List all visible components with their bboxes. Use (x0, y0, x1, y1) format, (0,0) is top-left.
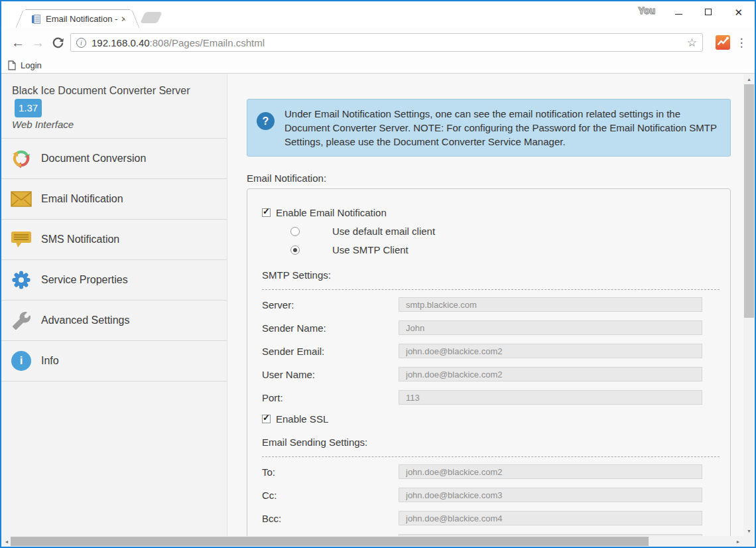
sidebar-item-label: SMS Notification (41, 234, 119, 245)
info-icon: i (10, 351, 32, 371)
browser-toolbar: ← → i 192.168.0.40:808/Pages/Emailn.csht… (1, 28, 755, 57)
bookmark-star-icon[interactable]: ☆ (687, 36, 697, 50)
checkbox-icon[interactable] (262, 415, 271, 423)
browser-window: Email Notification - Docu ✕ You ✕ ← → i … (0, 0, 756, 548)
checkbox-label: Enable Email Notification (276, 207, 387, 218)
sidebar-item-service-properties[interactable]: Service Properties (1, 260, 227, 301)
divider (262, 456, 720, 457)
sidebar-item-label: Advanced Settings (41, 314, 129, 326)
field-user-name: User Name: (262, 367, 714, 381)
tab-close-icon[interactable]: ✕ (121, 15, 127, 24)
sidebar-item-sms-notification[interactable]: SMS Notification (1, 220, 227, 260)
info-icon-glyph: i (11, 351, 31, 371)
close-icon[interactable]: ✕ (734, 7, 743, 17)
field-label: Sender Name: (262, 322, 399, 334)
sidebar: Black Ice Document Converter Server1.37 … (1, 74, 227, 536)
field-label: To: (262, 466, 399, 478)
enable-email-checkbox[interactable]: Enable Email Notification (262, 207, 714, 218)
server-input[interactable] (399, 297, 702, 312)
browser-tab[interactable]: Email Notification - Docu ✕ (25, 9, 130, 28)
info-box-text: Under Email Notification Settings, one c… (284, 108, 717, 147)
refresh-circular-icon (10, 148, 32, 169)
field-bcc: Bcc: (262, 511, 714, 525)
tab-favicon-icon (31, 14, 41, 25)
minimize-icon[interactable] (675, 14, 682, 15)
field-label: Port: (262, 392, 399, 403)
page-info-icon[interactable]: i (76, 38, 86, 48)
field-cc: Cc: (262, 488, 714, 502)
email-sending-settings-heading: Email Sending Settings: (262, 437, 714, 448)
chat-bubble-icon (10, 231, 32, 249)
forward-icon: → (28, 35, 48, 50)
horizontal-scrollbar-thumb[interactable] (11, 537, 649, 546)
to-input[interactable] (399, 464, 702, 479)
vertical-scrollbar[interactable]: ▲ ▼ (743, 74, 755, 536)
sidebar-item-advanced-settings[interactable]: Advanced Settings (1, 301, 227, 341)
sender-name-input[interactable] (399, 320, 702, 335)
info-box: ? Under Email Notification Settings, one… (247, 99, 731, 157)
radio-default-email-client[interactable]: Use default email client (262, 226, 714, 237)
reload-icon[interactable] (48, 36, 68, 49)
scroll-up-icon[interactable]: ▲ (743, 74, 755, 84)
divider (262, 289, 720, 290)
port-input[interactable] (399, 390, 702, 405)
sidebar-item-label: Info (41, 355, 59, 367)
url-text[interactable]: 192.168.0.40:808/Pages/Emailn.cshtml (92, 37, 265, 48)
version-badge: 1.37 (15, 99, 42, 117)
radio-label: Use SMTP Client (332, 244, 409, 255)
bcc-input[interactable] (399, 511, 702, 525)
radio-smtp-client[interactable]: Use SMTP Client (262, 244, 714, 255)
question-icon: ? (257, 112, 275, 130)
radio-label: Use default email client (332, 226, 435, 237)
main-content: ? Under Email Notification Settings, one… (227, 74, 743, 536)
vertical-scrollbar-thumb[interactable] (744, 84, 754, 318)
page-content: Black Ice Document Converter Server1.37 … (1, 74, 755, 536)
bookmark-label: Login (21, 60, 42, 70)
field-sender-email: Sender Email: (262, 344, 714, 358)
field-port: Port: (262, 390, 714, 405)
window-controls: ✕ (675, 1, 751, 23)
sidebar-item-email-notification[interactable]: Email Notification (1, 179, 227, 220)
extension-icon[interactable] (715, 34, 731, 50)
radio-icon[interactable] (290, 227, 300, 236)
bookmarks-bar: Login (1, 57, 755, 73)
scrollbar-corner (743, 536, 755, 547)
field-label: User Name: (262, 369, 399, 380)
new-tab-button[interactable] (140, 12, 162, 23)
enable-ssl-checkbox[interactable]: Enable SSL (262, 413, 714, 425)
app-title: Black Ice Document Converter Server1.37 (12, 83, 216, 117)
back-icon[interactable]: ← (8, 35, 28, 50)
checkbox-icon[interactable] (262, 208, 271, 217)
cc-input[interactable] (399, 488, 702, 502)
smtp-settings-heading: SMTP Settings: (262, 269, 714, 281)
email-notification-panel: Enable Email Notification Use default em… (247, 188, 731, 536)
envelope-icon (10, 191, 32, 207)
field-to: To: (262, 464, 714, 479)
field-label: Sender Email: (262, 346, 399, 357)
gear-icon (10, 269, 32, 291)
section-label: Email Notification: (247, 172, 731, 184)
url-bar[interactable]: i 192.168.0.40:808/Pages/Emailn.cshtml ☆ (70, 33, 703, 52)
field-sender-name: Sender Name: (262, 320, 714, 335)
scroll-down-icon[interactable]: ▼ (743, 525, 755, 536)
field-label: Bcc: (262, 513, 399, 524)
field-label: Server: (262, 299, 399, 310)
sidebar-item-info[interactable]: i Info (1, 341, 227, 381)
radio-icon[interactable] (290, 245, 300, 255)
scroll-right-icon[interactable]: ► (733, 536, 743, 547)
sender-email-input[interactable] (399, 344, 702, 358)
horizontal-scrollbar[interactable]: ◄ ► (1, 536, 755, 547)
user-name-input[interactable] (399, 367, 702, 381)
page-icon (8, 60, 16, 70)
browser-menu-icon[interactable]: ⋮ (735, 36, 748, 50)
bookmark-login[interactable]: Login (8, 60, 42, 70)
wrench-icon (10, 312, 32, 330)
checkbox-label: Enable SSL (276, 413, 328, 425)
app-title-text: Black Ice Document Converter Server (12, 85, 190, 96)
sidebar-item-document-conversion[interactable]: Document Conversion (1, 139, 227, 179)
maximize-icon[interactable] (705, 9, 712, 15)
url-host: 192.168.0.40 (92, 37, 150, 48)
profile-label[interactable]: You (639, 5, 655, 16)
sidebar-header: Black Ice Document Converter Server1.37 … (1, 74, 227, 139)
field-label: Cc: (262, 490, 399, 501)
